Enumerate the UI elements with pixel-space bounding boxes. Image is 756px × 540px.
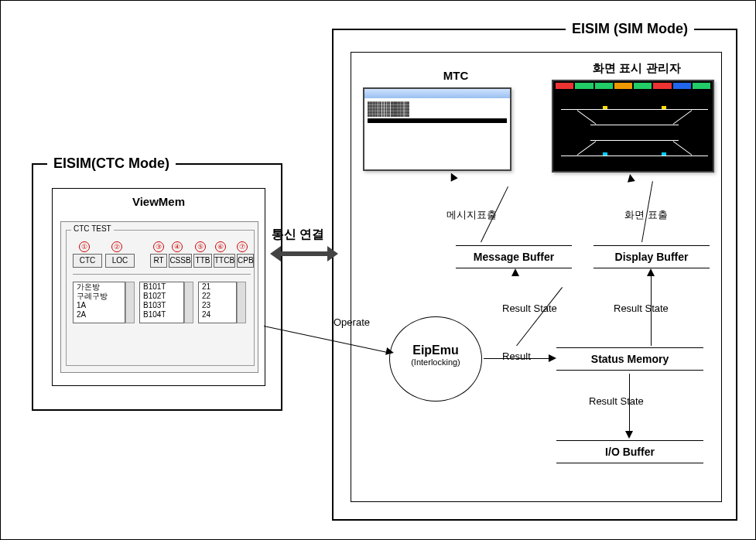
viewmem-title: ViewMem bbox=[53, 195, 265, 208]
list-item: B102T bbox=[140, 292, 183, 301]
sim-mode-title: EISIM (SIM Mode) bbox=[566, 21, 694, 37]
mtc-body: ██████ ██ █ █ ██ ████████ ███ ██████ ██ … bbox=[364, 98, 510, 159]
list-item: 가온방 bbox=[74, 282, 125, 292]
circ-num-3: ③ bbox=[153, 241, 164, 252]
result-state-label-1: Result State bbox=[502, 302, 557, 314]
status-to-msgbuf-head bbox=[511, 268, 519, 276]
tab-cpb[interactable]: CPB bbox=[237, 254, 254, 268]
status-to-iobuf-head bbox=[625, 431, 633, 439]
list-item: 21 bbox=[199, 282, 236, 292]
eipemu-node: EipEmu (Interlocking) bbox=[389, 316, 482, 402]
status-to-dispbuf-head bbox=[647, 268, 655, 276]
mtc-title: MTC bbox=[433, 69, 479, 82]
track-diagonal bbox=[577, 141, 597, 155]
list-pane-3[interactable]: 21 22 23 24 bbox=[198, 282, 237, 323]
list-item: B103T bbox=[140, 301, 183, 310]
list-item: B104T bbox=[140, 310, 183, 320]
dispbuf-to-dispmgr-head bbox=[626, 173, 635, 183]
tab-rt[interactable]: RT bbox=[150, 254, 167, 268]
viewmem-box: ViewMem CTC TEST ① ② ③ ④ ⑤ ⑥ ⑦ CTC LOC R… bbox=[52, 188, 265, 386]
result-state-label-2: Result State bbox=[614, 302, 669, 314]
list-item: 구례구방 bbox=[74, 292, 125, 301]
disp-output-label: 화면 표출 bbox=[624, 208, 668, 222]
result-label: Result bbox=[502, 350, 531, 362]
display-buffer-node: Display Buffer bbox=[594, 245, 710, 268]
list-3-scrollbar[interactable] bbox=[237, 282, 246, 323]
circ-num-4: ④ bbox=[172, 241, 183, 252]
track-line bbox=[561, 109, 708, 110]
msg-output-label: 메시지표출 bbox=[446, 208, 497, 222]
comm-link-arrow bbox=[281, 251, 327, 256]
tab-divider bbox=[73, 274, 251, 275]
eipemu-title: EipEmu bbox=[390, 343, 481, 357]
list-pane-2[interactable]: B101T B102T B103T B104T bbox=[139, 282, 184, 323]
track-diagonal bbox=[673, 141, 693, 155]
operate-label: Operate bbox=[334, 316, 370, 328]
viewmem-panel: CTC TEST ① ② ③ ④ ⑤ ⑥ ⑦ CTC LOC RT CSSB T… bbox=[60, 221, 258, 373]
list-item: B101T bbox=[140, 282, 183, 292]
list-item: 2A bbox=[74, 310, 125, 320]
track-marker bbox=[603, 152, 607, 156]
tab-loc[interactable]: LOC bbox=[105, 254, 135, 268]
ctc-mode-box: EISIM(CTC Mode) ViewMem CTC TEST ① ② ③ ④… bbox=[32, 163, 282, 411]
list-2-scrollbar[interactable] bbox=[184, 282, 193, 323]
circ-num-6: ⑥ bbox=[215, 241, 226, 252]
list-item: 22 bbox=[199, 292, 236, 301]
tab-ctc[interactable]: CTC bbox=[73, 254, 102, 268]
track-line bbox=[590, 125, 679, 125]
circ-num-5: ⑤ bbox=[195, 241, 206, 252]
ctc-mode-title: EISIM(CTC Mode) bbox=[47, 156, 176, 172]
ctc-test-frame: CTC TEST ① ② ③ ④ ⑤ ⑥ ⑦ CTC LOC RT CSSB T… bbox=[66, 230, 255, 366]
status-memory-node: Status Memory bbox=[556, 347, 703, 371]
track-diagonal bbox=[577, 110, 597, 124]
tab-ttcb[interactable]: TTCB bbox=[214, 254, 235, 268]
eipemu-subtitle: (Interlocking) bbox=[390, 357, 481, 367]
ctc-test-label: CTC TEST bbox=[71, 224, 114, 233]
circ-num-7: ⑦ bbox=[237, 241, 248, 252]
tab-ttb[interactable]: TTB bbox=[193, 254, 212, 268]
track-line bbox=[590, 140, 679, 141]
list-item: 23 bbox=[199, 301, 236, 310]
display-manager-toolbar bbox=[555, 83, 711, 91]
track-marker bbox=[662, 106, 666, 109]
list-item: 24 bbox=[199, 310, 236, 320]
list-1-scrollbar[interactable] bbox=[125, 282, 135, 323]
display-manager-title: 화면 표시 관리자 bbox=[575, 61, 699, 76]
mtc-window: ██████ ██ █ █ ██ ████████ ███ ██████ ██ … bbox=[363, 87, 511, 171]
io-buffer-node: I/O Buffer bbox=[556, 440, 703, 463]
track-marker bbox=[603, 106, 607, 109]
message-buffer-node: Message Buffer bbox=[456, 245, 572, 268]
circ-num-2: ② bbox=[111, 241, 122, 252]
tab-cssb[interactable]: CSSB bbox=[169, 254, 192, 268]
operate-arrow-head bbox=[385, 347, 395, 357]
track-line bbox=[561, 156, 708, 156]
comm-link-label: 통신 연결 bbox=[272, 227, 324, 243]
display-manager-window bbox=[552, 80, 714, 173]
track-diagonal bbox=[673, 110, 693, 124]
list-item: 1A bbox=[74, 301, 125, 310]
list-pane-1[interactable]: 가온방 구례구방 1A 2A bbox=[73, 282, 125, 323]
mtc-titlebar bbox=[364, 89, 510, 98]
result-state-label-3: Result State bbox=[589, 395, 644, 407]
circ-num-1: ① bbox=[79, 241, 90, 252]
result-arrow-head bbox=[549, 354, 556, 362]
track-marker bbox=[662, 152, 666, 156]
